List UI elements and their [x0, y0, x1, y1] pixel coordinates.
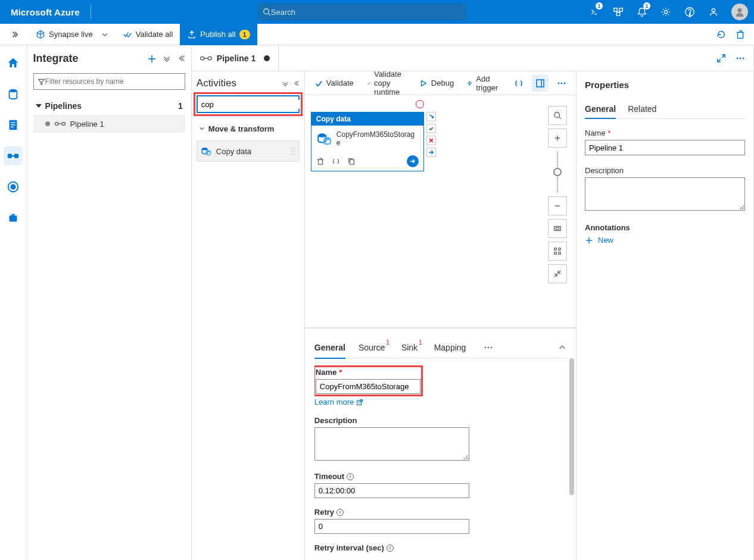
run-node-icon[interactable]: [407, 155, 419, 167]
retry-input[interactable]: [314, 519, 469, 534]
editor-area: Pipeline 1 Activities: [192, 45, 754, 560]
more-icon[interactable]: [557, 79, 566, 88]
pipeline-canvas[interactable]: Copy data CopyFromM365toStorage: [305, 95, 576, 328]
rail-monitor[interactable]: [4, 177, 23, 196]
debug-button[interactable]: Debug: [419, 79, 454, 87]
info-icon[interactable]: i: [387, 545, 394, 552]
collapse-details-icon[interactable]: [558, 343, 566, 352]
activity-description-input[interactable]: [314, 427, 469, 461]
zoom-knob[interactable]: [553, 168, 562, 176]
tree-group-pipelines[interactable]: Pipelines 1: [33, 97, 185, 115]
zoom-slider[interactable]: [557, 151, 558, 193]
port-completion[interactable]: [426, 148, 436, 157]
expand-all-icon[interactable]: [282, 80, 289, 87]
validate-all-button[interactable]: Validate all: [116, 24, 180, 45]
tree-item-label: Pipeline 1: [70, 120, 104, 129]
svg-rect-33: [201, 57, 204, 60]
collapse-panel-icon[interactable]: [292, 80, 300, 87]
synapse-live-dropdown[interactable]: Synapse live: [29, 24, 116, 45]
activities-panel: Activities Move & transform Copy d: [192, 71, 305, 560]
port-skip[interactable]: [426, 112, 436, 121]
azure-brand[interactable]: Microsoft Azure: [0, 7, 91, 17]
expand-rail-icon[interactable]: [0, 30, 29, 39]
pipeline-name-input[interactable]: [585, 140, 745, 155]
delete-icon[interactable]: [316, 157, 325, 165]
validate-copy-runtime-button[interactable]: Validate copy runtime: [367, 70, 406, 96]
clone-icon[interactable]: [347, 157, 356, 165]
validate-button[interactable]: Validate: [314, 79, 354, 87]
drag-handle-icon[interactable]: [291, 147, 295, 155]
add-trigger-button[interactable]: Add trigger: [467, 74, 501, 92]
code-icon[interactable]: [332, 157, 340, 165]
info-icon[interactable]: i: [347, 473, 354, 480]
details-scrollbar[interactable]: [569, 358, 575, 549]
port-success[interactable]: [426, 124, 436, 133]
zoom-out-icon[interactable]: [548, 196, 567, 215]
notifications-icon[interactable]: 1: [630, 0, 654, 24]
activity-group-label: Move & transform: [208, 124, 275, 133]
user-avatar[interactable]: [731, 4, 748, 20]
code-icon[interactable]: [514, 79, 524, 88]
details-tab-mapping[interactable]: Mapping: [434, 337, 466, 358]
rail-home[interactable]: [4, 54, 23, 73]
add-annotation-button[interactable]: New: [585, 236, 745, 245]
activity-group-move-transform[interactable]: Move & transform: [197, 120, 300, 137]
global-search-input[interactable]: [271, 8, 462, 17]
settings-icon[interactable]: [654, 0, 678, 24]
minimize-icon[interactable]: [548, 264, 567, 283]
delete-icon[interactable]: [735, 29, 746, 40]
properties-tab-general-label: General: [585, 104, 616, 114]
maximize-icon[interactable]: [716, 54, 726, 63]
global-search[interactable]: [258, 4, 466, 20]
details-tab-general[interactable]: General: [314, 337, 345, 358]
fit-screen-icon[interactable]: [548, 219, 567, 238]
activities-search[interactable]: [197, 95, 300, 113]
tree-group-count: 1: [178, 101, 183, 111]
tree-item-pipeline1[interactable]: Pipeline 1: [33, 115, 185, 133]
learn-more-link[interactable]: Learn more: [314, 398, 363, 406]
rail-data[interactable]: [4, 85, 23, 104]
copy-data-node[interactable]: Copy data CopyFromM365toStorage: [311, 112, 424, 171]
activity-item-copy-data[interactable]: Copy data: [197, 140, 300, 162]
rail-integrate[interactable]: [4, 146, 23, 165]
properties-panel: Properties General Related Name * Descri…: [576, 71, 753, 560]
details-tab-sink[interactable]: Sink1: [401, 337, 421, 358]
properties-toggle-icon[interactable]: [532, 75, 549, 92]
details-tab-source[interactable]: Source1: [359, 337, 388, 358]
activities-search-input[interactable]: [201, 100, 301, 109]
timeout-input[interactable]: [314, 483, 469, 498]
refresh-icon[interactable]: [716, 29, 727, 40]
auto-layout-icon[interactable]: [548, 242, 567, 261]
properties-tab-general[interactable]: General: [585, 99, 616, 118]
cloud-shell-icon[interactable]: 1: [582, 0, 606, 24]
svg-rect-76: [559, 252, 561, 255]
properties-tabs: General Related: [585, 99, 745, 119]
add-icon[interactable]: [147, 54, 157, 64]
info-icon[interactable]: i: [337, 509, 344, 516]
expand-all-icon[interactable]: [163, 54, 171, 62]
more-icon[interactable]: [484, 343, 493, 352]
pipeline-description-input[interactable]: [585, 177, 745, 211]
rail-manage[interactable]: [4, 208, 23, 227]
details-tab-mapping-label: Mapping: [434, 343, 466, 352]
collapse-panel-icon[interactable]: [177, 54, 185, 62]
activity-name-input[interactable]: [316, 379, 420, 394]
svg-rect-25: [10, 215, 17, 221]
filter-input[interactable]: [45, 77, 181, 86]
port-fail[interactable]: [426, 136, 436, 145]
feedback-icon[interactable]: [702, 0, 725, 24]
help-icon[interactable]: [678, 0, 702, 24]
svg-line-7: [618, 11, 621, 12]
filter-resources[interactable]: [33, 73, 185, 90]
add-annotation-label: New: [598, 236, 613, 245]
directory-icon[interactable]: [606, 0, 630, 24]
properties-tab-related[interactable]: Related: [628, 99, 656, 118]
zoom-search-icon[interactable]: [548, 106, 567, 125]
activities-title: Activities: [197, 77, 236, 89]
unsaved-dot-icon: [264, 55, 270, 61]
publish-all-button[interactable]: Publish all 1: [180, 24, 257, 45]
tab-pipeline1[interactable]: Pipeline 1: [192, 45, 279, 71]
zoom-in-icon[interactable]: [548, 129, 567, 148]
more-icon[interactable]: [736, 54, 745, 63]
rail-develop[interactable]: [4, 115, 23, 134]
